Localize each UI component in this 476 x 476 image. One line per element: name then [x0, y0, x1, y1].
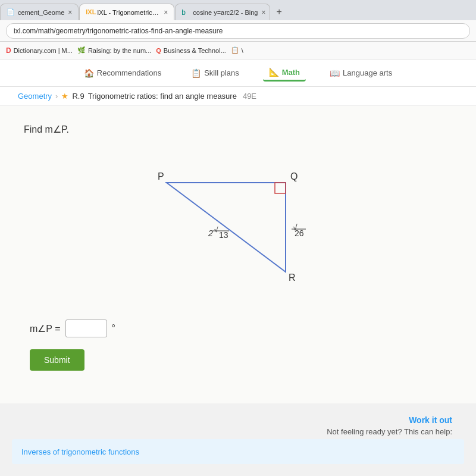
angle-input[interactable] — [65, 320, 107, 337]
bookmark3-label: Business & Technol... — [164, 47, 226, 54]
nav-skill-plans-label: Skill plans — [204, 68, 239, 77]
work-it-out-subtitle: Not feeling ready yet? This can help: — [24, 427, 452, 436]
breadcrumb-star-icon: ★ — [61, 92, 68, 101]
bookmark-2[interactable]: 🌿 Raising: by the num... — [77, 46, 151, 54]
url-input[interactable] — [6, 23, 470, 39]
svg-text:R: R — [289, 273, 296, 283]
bookmark1-label: Dictionary.com | M... — [14, 47, 73, 54]
browser-tab-1[interactable]: 📄 cement_Geome × — [0, 4, 79, 20]
breadcrumb-exercise-id: 49E — [243, 92, 256, 101]
tab-bar: 📄 cement_Geome × IXL IXL - Trigonometric… — [0, 0, 476, 20]
nav-math[interactable]: 📐 Math — [263, 64, 306, 82]
nav-math-label: Math — [282, 68, 300, 77]
nav-recommendations-label: Recommendations — [97, 68, 161, 77]
tab1-favicon: 📄 — [7, 8, 15, 17]
bookmark2-label: Raising: by the num... — [88, 47, 151, 54]
tab1-label: cement_Geome — [18, 9, 64, 16]
problem-instruction: Find m∠P. — [24, 124, 452, 135]
new-tab-button[interactable]: + — [271, 4, 287, 20]
svg-text:13: 13 — [219, 230, 228, 240]
language-arts-icon: 📖 — [330, 68, 340, 78]
answer-label: m∠P = — [30, 323, 61, 334]
bookmark-bar: D Dictionary.com | M... 🌿 Raising: by th… — [0, 42, 476, 60]
main-content: Find m∠P. P Q R 2 √ 13 √ 26 m∠P = ° — [0, 106, 476, 403]
bookmark1-icon: D — [6, 46, 11, 55]
breadcrumb-skill-code: R.9 — [72, 92, 84, 101]
breadcrumb-subject[interactable]: Geometry — [18, 92, 52, 101]
browser-tab-2[interactable]: IXL IXL - Trigonometric ratios: find a..… — [79, 4, 174, 20]
bookmark3-icon: Q — [156, 47, 161, 54]
address-bar — [0, 20, 476, 42]
bookmark-1[interactable]: D Dictionary.com | M... — [6, 46, 73, 55]
work-it-out-section: Work it out Not feeling ready yet? This … — [0, 403, 476, 439]
svg-text:P: P — [158, 171, 164, 181]
skill-plans-icon: 📋 — [191, 68, 201, 78]
degree-symbol: ° — [112, 323, 115, 334]
svg-marker-0 — [167, 183, 286, 272]
bookmark-3[interactable]: Q Business & Technol... — [156, 47, 226, 54]
svg-text:√: √ — [214, 226, 218, 234]
tab2-label: IXL - Trigonometric ratios: find a... — [97, 9, 160, 16]
tab2-close[interactable]: × — [164, 8, 168, 17]
nav-skill-plans[interactable]: 📋 Skill plans — [185, 65, 245, 81]
submit-button[interactable]: Submit — [30, 349, 84, 371]
bookmark2-icon: 🌿 — [77, 46, 86, 54]
answer-area: m∠P = ° — [24, 320, 452, 337]
svg-text:2: 2 — [208, 228, 213, 238]
tab1-close[interactable]: × — [68, 8, 72, 17]
bookmark4-icon: 📋 — [231, 46, 239, 54]
ixl-navbar: 🏠 Recommendations 📋 Skill plans 📐 Math 📖… — [0, 60, 476, 87]
recommendations-icon: 🏠 — [84, 68, 94, 78]
tab2-favicon: IXL — [86, 8, 94, 17]
breadcrumb-sep: › — [55, 92, 58, 101]
nav-language-arts[interactable]: 📖 Language arts — [324, 65, 398, 81]
svg-text:Q: Q — [290, 171, 298, 181]
tab3-label: cosine y=arc2/2 - Bing — [193, 9, 258, 16]
breadcrumb-skill-name: Trigonometric ratios: find an angle meas… — [88, 92, 237, 101]
browser-tab-3[interactable]: b cosine y=arc2/2 - Bing × — [175, 4, 270, 20]
bookmark4-label: \ — [242, 47, 243, 54]
bookmark-4[interactable]: 📋 \ — [231, 46, 243, 54]
tab3-close[interactable]: × — [261, 8, 265, 17]
tab3-favicon: b — [181, 8, 190, 17]
nav-recommendations[interactable]: 🏠 Recommendations — [78, 65, 167, 81]
svg-rect-1 — [275, 183, 286, 193]
helper-text[interactable]: Inverses of trigonometric functions — [21, 447, 139, 456]
breadcrumb: Geometry › ★ R.9 Trigonometric ratios: f… — [0, 87, 476, 106]
triangle-diagram: P Q R 2 √ 13 √ 26 — [143, 147, 333, 302]
helper-box[interactable]: Inverses of trigonometric functions — [12, 439, 464, 464]
svg-text:26: 26 — [295, 228, 304, 238]
math-icon: 📐 — [269, 67, 279, 77]
nav-language-arts-label: Language arts — [343, 68, 392, 77]
work-it-out-title[interactable]: Work it out — [24, 415, 452, 425]
